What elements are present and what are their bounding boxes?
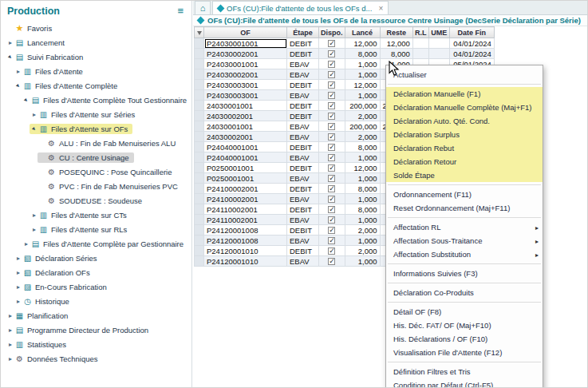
- reste-cell[interactable]: 12,000: [380, 38, 412, 49]
- expand-arrow-icon[interactable]: ▸: [6, 39, 14, 46]
- of-cell[interactable]: 24030001001: [204, 101, 287, 111]
- row-selector-cell[interactable]: [195, 204, 204, 215]
- etape-cell[interactable]: EBAV: [287, 173, 319, 184]
- of-cell[interactable]: P24110002001: [204, 204, 287, 215]
- lance-cell[interactable]: 1,000: [345, 152, 380, 163]
- etape-cell[interactable]: DEBIT: [287, 49, 319, 59]
- etape-cell[interactable]: EBAV: [287, 121, 319, 132]
- sidebar-item-files-d-attente-complete[interactable]: ▸▥Files d'Attente Complète: [1, 78, 191, 93]
- dispo-cell[interactable]: ✓: [319, 215, 345, 225]
- lance-cell[interactable]: 12,000: [345, 163, 380, 173]
- lance-cell[interactable]: 12,000: [345, 80, 380, 90]
- table-row[interactable]: P24030001001DEBIT✓12,00012,00004/01/2024: [195, 38, 495, 49]
- expand-arrow-icon[interactable]: ▸: [6, 312, 14, 319]
- sidebar-item-files-d-attente-complete-tout-gestionnaire[interactable]: ▸▤Files d'Attente Complète Tout Gestionn…: [1, 93, 191, 107]
- row-selector-cell[interactable]: [195, 132, 204, 142]
- expand-arrow-icon[interactable]: ▸: [6, 355, 14, 362]
- row-selector-cell[interactable]: [195, 101, 204, 111]
- dispo-cell[interactable]: ✓: [319, 173, 345, 184]
- row-selector-cell[interactable]: [195, 49, 204, 59]
- row-selector-cell[interactable]: [195, 163, 204, 173]
- dispo-checkbox[interactable]: ✓: [328, 154, 335, 161]
- row-selector-cell[interactable]: [195, 121, 204, 132]
- expand-arrow-icon[interactable]: ▸: [14, 283, 22, 291]
- sidebar-item-pvc-fin-de-fab-menuiseries-pvc[interactable]: ▸⚙PVC : Fin de Fab Menuiseries PVC: [1, 179, 191, 193]
- lance-cell[interactable]: 1,000: [345, 69, 380, 80]
- expand-arrow-icon[interactable]: ▸: [6, 341, 14, 348]
- menu-item-affectation-rl[interactable]: Affectation RL▸: [386, 220, 543, 234]
- sidebar-item-files-d-attente-sur-rls[interactable]: ▸▥Files d'Attente sur RLs: [1, 222, 191, 236]
- dispo-cell[interactable]: ✓: [319, 184, 345, 194]
- menu-item-declaration-manuelle-complete-maj-f1[interactable]: Déclaration Manuelle Complète (Maj+F1): [386, 101, 543, 114]
- menu-item-detail-of-f8[interactable]: Détail OF (F8): [386, 305, 543, 319]
- row-selector-cell[interactable]: [195, 194, 204, 204]
- dispo-cell[interactable]: ✓: [319, 152, 345, 163]
- row-selector-cell[interactable]: [195, 69, 204, 80]
- sidebar-item-historique[interactable]: ▸◷Historique: [1, 294, 191, 308]
- ume-cell[interactable]: [428, 49, 449, 59]
- etape-cell[interactable]: EBAV: [287, 59, 319, 69]
- of-cell[interactable]: P24030002001: [204, 49, 287, 59]
- expand-arrow-icon[interactable]: ▸: [30, 226, 38, 233]
- rl-cell[interactable]: [412, 38, 428, 49]
- lance-cell[interactable]: 200,000: [345, 121, 380, 132]
- dispo-checkbox[interactable]: ✓: [328, 206, 335, 213]
- dispo-cell[interactable]: ✓: [319, 80, 345, 90]
- menu-item-declaration-surplus[interactable]: Déclaration Surplus: [386, 128, 543, 141]
- dispo-checkbox[interactable]: ✓: [328, 185, 335, 192]
- menu-item-declaration-retour[interactable]: Déclaration Retour: [386, 155, 543, 168]
- of-cell[interactable]: P0250001001: [204, 163, 287, 173]
- of-cell[interactable]: P24120001010: [204, 246, 287, 256]
- of-cell[interactable]: P24030002001: [204, 69, 287, 80]
- lance-cell[interactable]: 8,000: [345, 142, 380, 152]
- of-cell[interactable]: P24100002001: [204, 184, 287, 194]
- sidebar-item-programme-directeur-de-production[interactable]: ▸▤Programme Directeur de Production: [1, 323, 191, 337]
- etape-cell[interactable]: DEBIT: [287, 184, 319, 194]
- menu-item-declaration-auto-qte-cond[interactable]: Déclaration Auto. Qté. Cond.: [386, 114, 543, 128]
- of-cell[interactable]: 24030002001: [204, 111, 287, 121]
- etape-cell[interactable]: EBAV: [287, 194, 319, 204]
- of-cell[interactable]: P24120001010: [204, 256, 287, 267]
- expand-arrow-icon[interactable]: ▸: [22, 240, 30, 247]
- menu-item-declaration-co-produits[interactable]: Déclaration Co-Produits: [386, 286, 543, 299]
- home-tab[interactable]: ⌂: [195, 1, 211, 14]
- sidebar-item-alu-fin-de-fab-menuiseries-alu[interactable]: ▸⚙ALU : Fin de Fab Menuiseries ALU: [1, 136, 191, 150]
- column-header-date-fin[interactable]: Date Fin: [449, 27, 494, 38]
- lance-cell[interactable]: 8,000: [345, 49, 380, 59]
- dispo-checkbox[interactable]: ✓: [328, 71, 335, 78]
- etape-cell[interactable]: EBAV: [287, 90, 319, 101]
- row-selector-cell[interactable]: [195, 80, 204, 90]
- dispo-checkbox[interactable]: ✓: [328, 196, 335, 203]
- etape-cell[interactable]: EBAV: [287, 236, 319, 246]
- etape-cell[interactable]: DEBIT: [287, 225, 319, 236]
- expand-arrow-icon[interactable]: ▸: [30, 212, 38, 219]
- dispo-checkbox[interactable]: ✓: [328, 61, 335, 68]
- dispo-cell[interactable]: ✓: [319, 121, 345, 132]
- menu-item-ordonnancement-f11[interactable]: Ordonnancement (F11): [386, 188, 543, 201]
- dispo-checkbox[interactable]: ✓: [328, 216, 335, 224]
- dispo-cell[interactable]: ✓: [319, 163, 345, 173]
- reste-cell[interactable]: 8,000: [380, 49, 412, 59]
- dispo-checkbox[interactable]: ✓: [328, 144, 335, 151]
- row-selector-cell[interactable]: [195, 38, 204, 49]
- of-cell[interactable]: P24030003001: [204, 90, 287, 101]
- sidebar-item-donnees-techniques[interactable]: ▸⚙Données Techniques: [1, 351, 191, 366]
- dispo-checkbox[interactable]: ✓: [328, 227, 335, 234]
- lance-cell[interactable]: 2,000: [345, 225, 380, 236]
- dispo-cell[interactable]: ✓: [319, 59, 345, 69]
- row-selector-cell[interactable]: [195, 111, 204, 121]
- dispo-cell[interactable]: ✓: [319, 256, 345, 267]
- of-cell[interactable]: P24120001008: [204, 236, 287, 246]
- dispo-checkbox[interactable]: ✓: [328, 102, 335, 109]
- row-selector-header[interactable]: [195, 27, 204, 38]
- etape-cell[interactable]: DEBIT: [287, 204, 319, 215]
- expand-arrow-icon[interactable]: ▸: [14, 255, 22, 262]
- dispo-checkbox[interactable]: ✓: [328, 50, 335, 57]
- expand-arrow-icon[interactable]: ▸: [14, 68, 22, 75]
- dispo-cell[interactable]: ✓: [319, 49, 345, 59]
- dispo-cell[interactable]: ✓: [319, 236, 345, 246]
- sidebar-item-soudeuse-soudeuse[interactable]: ▸⚙SOUDEUSE : Soudeuse: [1, 193, 191, 208]
- etape-cell[interactable]: EBAV: [287, 256, 319, 267]
- expand-arrow-icon[interactable]: ▸: [6, 327, 14, 334]
- dispo-cell[interactable]: ✓: [319, 38, 345, 49]
